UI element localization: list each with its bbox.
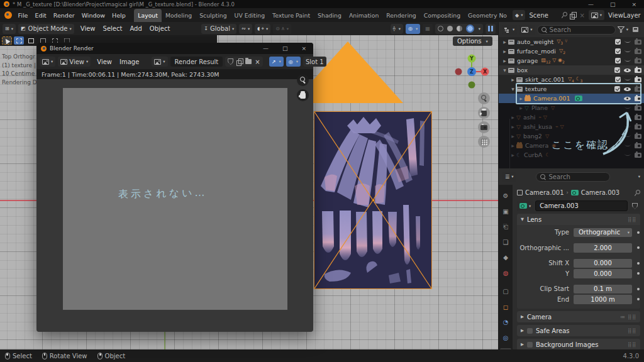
proportional-edit-icon[interactable]: ⊙∧▾ [273, 24, 291, 34]
new-scene-icon[interactable] [570, 12, 575, 18]
render-zoom-icon[interactable] [297, 74, 309, 86]
render-visibility-off-icon[interactable] [635, 40, 641, 45]
expand-icon[interactable]: ▶ [509, 124, 516, 129]
render-maximize-button[interactable]: □ [282, 45, 288, 52]
render-visibility-off-icon[interactable] [635, 49, 641, 54]
hidden-eye-icon[interactable] [625, 114, 631, 118]
workspace-tab-sculpting[interactable]: Sculpting [196, 9, 230, 21]
unlink-image-icon[interactable]: × [255, 58, 260, 65]
outliner-row-ashi[interactable]: ▶▽ashi⌁ ▽ [499, 112, 644, 122]
collection-checkbox[interactable] [615, 77, 621, 82]
properties-object-tab[interactable]: ◻ [500, 302, 511, 312]
properties-search[interactable]: Search [536, 172, 610, 182]
render-visibility-icon[interactable] [635, 68, 641, 73]
fake-user-shield-icon[interactable] [630, 201, 640, 211]
outliner-row-texture[interactable]: ▼texture [499, 84, 644, 94]
render-visibility-off-icon[interactable] [635, 58, 641, 63]
hide-eye-icon[interactable] [624, 95, 631, 102]
ortho-grid-icon[interactable] [478, 136, 490, 148]
properties-world-tab[interactable]: ◍ [500, 268, 511, 278]
minimize-button[interactable]: — [588, 1, 594, 8]
material-shading-icon[interactable] [457, 26, 462, 31]
expand-icon[interactable]: ▶ [509, 143, 516, 148]
viewlayer-selector[interactable]: ViewLayer [606, 10, 644, 20]
animate-dot[interactable] [637, 288, 640, 290]
properties-options-dropdown[interactable]: ▾ [638, 174, 640, 179]
menu-help[interactable]: Help [109, 10, 130, 21]
breadcrumb-data[interactable]: Camera.003 [581, 189, 620, 196]
snap-dropdown[interactable]: ∾▾ [239, 24, 252, 34]
hidden-eye-icon[interactable] [625, 48, 631, 52]
field-value[interactable]: 0.1 m [574, 285, 632, 294]
id-name-field[interactable]: Camera.003 [535, 200, 628, 211]
outliner-row-box[interactable]: ▼box [499, 65, 644, 75]
outliner-row-garage[interactable]: ▶garage▨12 ▽ ◉2 [499, 56, 644, 65]
workspace-tab-geometry-no[interactable]: Geometry No [464, 9, 511, 21]
image-view-mode[interactable]: View▾ [58, 57, 91, 67]
outliner-row-ashi_kusa[interactable]: ▶▽ashi_kusa⌁ ▽ [499, 122, 644, 131]
collection-checkbox[interactable] [614, 67, 620, 73]
panel-safe-areas[interactable]: ▶Safe Areas⣿⣿ [517, 325, 640, 336]
render-pan-icon[interactable] [297, 89, 309, 101]
hidden-eye-icon[interactable] [625, 151, 631, 156]
scene-selector[interactable]: Scene [526, 10, 578, 20]
menu-file[interactable]: File [14, 10, 31, 21]
viewport-menu-select[interactable]: Select [99, 24, 126, 33]
panel-background-images[interactable]: ▶Background Images⣿⣿ [517, 339, 640, 350]
animate-dot[interactable] [637, 298, 640, 300]
properties-output-tab[interactable]: ⎗ [500, 222, 511, 231]
xray-toggle[interactable]: ▦ [423, 24, 433, 34]
outliner-row-furface_modi[interactable]: ▶furface_modi▽2 [499, 47, 644, 56]
outliner-filter-icon[interactable]: ▾ [519, 25, 535, 35]
render-window-titlebar[interactable]: Blender Render — □ × [36, 43, 313, 54]
mode-dropdown[interactable]: ◩Object Mode▾ [18, 24, 74, 34]
expand-icon[interactable]: ▶ [509, 77, 516, 82]
texture-image-plane[interactable] [314, 112, 431, 288]
expand-icon[interactable]: ▶ [509, 153, 516, 157]
close-button[interactable]: × [631, 1, 636, 8]
menu-edit[interactable]: Edit [31, 10, 50, 21]
rendered-shading-icon[interactable] [467, 26, 473, 31]
viewlayer-icon[interactable]: ▾ [589, 10, 604, 20]
panel-checkbox[interactable] [527, 328, 533, 334]
filter-funnel-icon[interactable]: ▾ [618, 26, 628, 33]
new-collection-button[interactable] [630, 25, 641, 35]
render-visibility-icon[interactable] [635, 134, 641, 139]
field-value[interactable]: 2.000 [574, 243, 632, 253]
show-overlays-toggle[interactable]: ◎▾ [406, 24, 420, 34]
render-visibility-icon[interactable] [635, 106, 641, 111]
breadcrumb-object[interactable]: Camera.001 [525, 189, 564, 196]
render-menu-view[interactable]: View [93, 57, 116, 67]
viewport-menu-object[interactable]: Object [146, 24, 174, 33]
collection-checkbox[interactable] [615, 48, 621, 54]
render-slot[interactable]: Slot 1 [303, 57, 326, 67]
workspace-tab-layout[interactable]: Layout [134, 9, 162, 22]
image-datablock-icon[interactable]: ▾ [152, 57, 167, 67]
collapse-icon[interactable]: ▼ [501, 68, 508, 72]
expand-icon[interactable]: ▶ [501, 40, 508, 44]
render-window[interactable]: Blender Render — □ × ▾ View▾ ViewImage ▾… [36, 43, 313, 332]
collection-checkbox[interactable] [615, 58, 621, 63]
editor-type-button[interactable]: ⊞▾ [3, 24, 16, 34]
properties-tool-tab[interactable]: ⚙ [500, 191, 511, 200]
expand-icon[interactable]: ▶ [518, 106, 525, 110]
hide-eye-icon[interactable] [624, 67, 631, 74]
menu-render[interactable]: Render [50, 10, 78, 21]
properties-physics-tab[interactable]: ◎ [500, 333, 511, 343]
workspace-tab-modeling[interactable]: Modeling [162, 9, 196, 21]
pan-tool-icon[interactable] [478, 107, 490, 119]
render-minimize-button[interactable]: — [263, 45, 269, 52]
expand-icon[interactable]: ▶ [518, 96, 525, 101]
workspace-tab-texture-paint[interactable]: Texture Paint [269, 9, 314, 21]
outliner-row-skirt_acc-001[interactable]: ▶skirt_acc.001▽4 ☾3 [499, 75, 644, 84]
outliner-row-camera-001[interactable]: ▶Camera.001 [499, 94, 644, 103]
orientation-dropdown[interactable]: ↧Global▾ [201, 24, 236, 34]
workspace-tab-shading[interactable]: Shading [314, 9, 345, 21]
properties-viewlayer-tab[interactable]: ❏ [500, 238, 511, 247]
collection-checkbox[interactable] [614, 86, 620, 92]
panel-camera[interactable]: ▶Camera≔ ⣿⣿ [517, 311, 640, 322]
pin-id-icon[interactable] [635, 190, 640, 196]
field-value[interactable]: Orthographic▾ [574, 228, 632, 238]
pin-icon[interactable] [562, 12, 567, 18]
render-visibility-icon[interactable] [635, 115, 641, 120]
